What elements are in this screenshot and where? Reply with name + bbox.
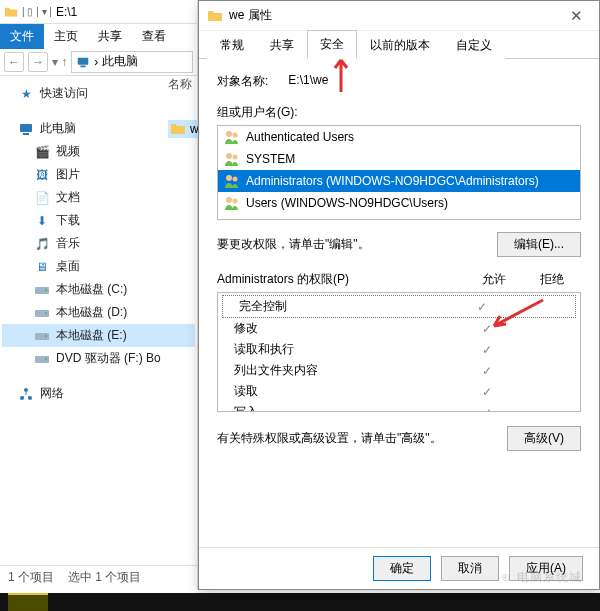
svg-point-19 bbox=[226, 175, 232, 181]
dialog-titlebar: we 属性 ✕ bbox=[199, 1, 599, 31]
permission-row[interactable]: 读取和执行✓ bbox=[218, 339, 580, 360]
tree-item[interactable]: 🎬视频 bbox=[2, 140, 195, 163]
permission-row[interactable]: 写入✓ bbox=[218, 402, 580, 412]
dialog-tabs: 常规共享安全以前的版本自定义 bbox=[199, 31, 599, 59]
dialog-tab[interactable]: 常规 bbox=[207, 31, 257, 59]
tree-item[interactable]: 📄文档 bbox=[2, 186, 195, 209]
svg-point-18 bbox=[233, 155, 238, 160]
dialog-tab[interactable]: 自定义 bbox=[443, 31, 505, 59]
tree-drive[interactable]: 本地磁盘 (C:) bbox=[2, 278, 195, 301]
folder-icon: ⬇ bbox=[34, 213, 50, 229]
check-icon: ✓ bbox=[458, 343, 516, 357]
svg-rect-2 bbox=[20, 124, 32, 132]
folder-icon bbox=[170, 121, 186, 137]
svg-point-17 bbox=[226, 153, 232, 159]
column-header-name[interactable]: 名称 bbox=[168, 76, 192, 93]
svg-rect-3 bbox=[23, 133, 29, 135]
tree-drive[interactable]: 本地磁盘 (E:) bbox=[2, 324, 195, 347]
deny-header: 拒绝 bbox=[523, 271, 581, 288]
title-path: E:\1 bbox=[56, 5, 77, 19]
drive-icon bbox=[34, 282, 50, 298]
close-button[interactable]: ✕ bbox=[562, 5, 591, 27]
pc-icon bbox=[76, 55, 90, 69]
advanced-button[interactable]: 高级(V) bbox=[507, 426, 581, 451]
apply-button[interactable]: 应用(A) bbox=[509, 556, 583, 581]
svg-rect-8 bbox=[35, 333, 49, 340]
properties-dialog: we 属性 ✕ 常规共享安全以前的版本自定义 对象名称: E:\1\we 组或用… bbox=[198, 0, 600, 590]
tree-item[interactable]: 🖼图片 bbox=[2, 163, 195, 186]
status-count: 1 个项目 bbox=[8, 569, 54, 586]
tree-item[interactable]: 🎵音乐 bbox=[2, 232, 195, 255]
nav-fwd[interactable]: → bbox=[28, 52, 48, 72]
ribbon: 文件 主页 共享 查看 bbox=[0, 24, 197, 48]
group-row[interactable]: Administrators (WINDOWS-NO9HDGC\Administ… bbox=[218, 170, 580, 192]
drive-icon bbox=[34, 305, 50, 321]
check-icon: ✓ bbox=[458, 322, 516, 336]
tree-item[interactable]: 🖥桌面 bbox=[2, 255, 195, 278]
permission-row[interactable]: 修改✓ bbox=[218, 318, 580, 339]
taskbar bbox=[0, 593, 600, 611]
group-row[interactable]: SYSTEM bbox=[218, 148, 580, 170]
folder-icon: 🎬 bbox=[34, 144, 50, 160]
tree-network[interactable]: 网络 bbox=[2, 382, 195, 405]
check-icon: ✓ bbox=[458, 385, 516, 399]
drive-icon bbox=[34, 328, 50, 344]
permission-row[interactable]: 读取✓ bbox=[218, 381, 580, 402]
nav-back[interactable]: ← bbox=[4, 52, 24, 72]
dialog-tab[interactable]: 以前的版本 bbox=[357, 31, 443, 59]
allow-header: 允许 bbox=[465, 271, 523, 288]
dialog-tab[interactable]: 共享 bbox=[257, 31, 307, 59]
svg-point-22 bbox=[233, 199, 238, 204]
svg-point-9 bbox=[45, 335, 47, 337]
permissions-list[interactable]: 完全控制✓修改✓读取和执行✓列出文件夹内容✓读取✓写入✓ bbox=[217, 292, 581, 412]
tab-share[interactable]: 共享 bbox=[88, 24, 132, 49]
users-icon bbox=[224, 151, 240, 167]
edit-hint: 要更改权限，请单击"编辑"。 bbox=[217, 236, 370, 253]
address-bar: ← → ▾ ↑ › 此电脑 bbox=[0, 48, 197, 76]
svg-point-20 bbox=[233, 177, 238, 182]
tree-item[interactable]: ⬇下载 bbox=[2, 209, 195, 232]
breadcrumb: 此电脑 bbox=[102, 53, 138, 70]
folder-icon bbox=[4, 5, 18, 19]
object-value: E:\1\we bbox=[288, 73, 328, 90]
svg-point-7 bbox=[45, 312, 47, 314]
tree-thispc[interactable]: 此电脑 bbox=[2, 117, 195, 140]
breadcrumb-box[interactable]: › 此电脑 bbox=[71, 51, 193, 73]
object-label: 对象名称: bbox=[217, 73, 268, 90]
drive-icon bbox=[34, 351, 50, 367]
advanced-hint: 有关特殊权限或高级设置，请单击"高级"。 bbox=[217, 430, 442, 447]
tab-file[interactable]: 文件 bbox=[0, 24, 44, 49]
tree-drive[interactable]: 本地磁盘 (D:) bbox=[2, 301, 195, 324]
folder-icon: 🖼 bbox=[34, 167, 50, 183]
taskbar-button[interactable] bbox=[8, 593, 48, 611]
svg-point-14 bbox=[24, 388, 28, 392]
users-icon bbox=[224, 129, 240, 145]
star-icon: ★ bbox=[18, 86, 34, 102]
group-list[interactable]: Authenticated UsersSYSTEMAdministrators … bbox=[217, 125, 581, 220]
group-row[interactable]: Users (WINDOWS-NO9HDGC\Users) bbox=[218, 192, 580, 214]
tree-quick-access[interactable]: ★ 快速访问 bbox=[2, 82, 195, 105]
ok-button[interactable]: 确定 bbox=[373, 556, 431, 581]
cancel-button[interactable]: 取消 bbox=[441, 556, 499, 581]
tab-view[interactable]: 查看 bbox=[132, 24, 176, 49]
svg-point-21 bbox=[226, 197, 232, 203]
svg-point-5 bbox=[45, 289, 47, 291]
dialog-tab[interactable]: 安全 bbox=[307, 30, 357, 59]
tab-home[interactable]: 主页 bbox=[44, 24, 88, 49]
svg-rect-0 bbox=[78, 57, 89, 64]
folder-icon: 🖥 bbox=[34, 259, 50, 275]
check-icon: ✓ bbox=[453, 300, 511, 314]
tree-drive[interactable]: DVD 驱动器 (F:) Bo bbox=[2, 347, 195, 370]
edit-button[interactable]: 编辑(E)... bbox=[497, 232, 581, 257]
group-row[interactable]: Authenticated Users bbox=[218, 126, 580, 148]
folder-icon: 🎵 bbox=[34, 236, 50, 252]
permission-row[interactable]: 列出文件夹内容✓ bbox=[218, 360, 580, 381]
dialog-title: we 属性 bbox=[229, 7, 272, 24]
group-label: 组或用户名(G): bbox=[217, 104, 581, 121]
status-selected: 选中 1 个项目 bbox=[68, 569, 141, 586]
permission-row[interactable]: 完全控制✓ bbox=[222, 295, 576, 318]
dialog-buttons: 确定 取消 应用(A) bbox=[199, 547, 599, 589]
svg-rect-4 bbox=[35, 287, 49, 294]
folder-icon: 📄 bbox=[34, 190, 50, 206]
nav-up[interactable]: ▾ ↑ bbox=[52, 55, 67, 69]
